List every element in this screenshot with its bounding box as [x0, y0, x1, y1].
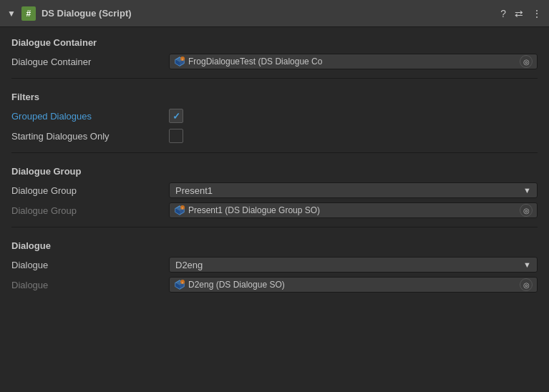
- object-cube-icon-2: !: [174, 205, 185, 216]
- dialogue-group-object-label: Dialogue Group: [11, 205, 169, 216]
- collapse-arrow[interactable]: ▼: [7, 9, 16, 19]
- script-icon: #: [21, 6, 36, 21]
- dialogue-group-dropdown-text: Present1: [175, 185, 520, 196]
- filters-section-header: Filters: [11, 92, 538, 102]
- starting-dialogues-checkbox[interactable]: [169, 129, 183, 143]
- dialogue-group-object-text: Present1 (DS Dialogue Group SO): [188, 205, 517, 215]
- dialogue-dropdown-arrow-icon: ▼: [523, 260, 531, 269]
- dialogue-group-section-header: Dialogue Group: [11, 166, 538, 177]
- grouped-dialogues-checkbox[interactable]: [169, 109, 183, 123]
- divider-3: [11, 227, 538, 227]
- divider-2: [11, 152, 538, 153]
- menu-button[interactable]: ⋮: [532, 8, 542, 19]
- dialogue-dropdown[interactable]: D2eng ▼: [169, 257, 538, 273]
- help-button[interactable]: ?: [500, 8, 506, 19]
- svg-text:!: !: [182, 281, 183, 285]
- dialogue-group-object-field[interactable]: ! Present1 (DS Dialogue Group SO) ◎: [169, 202, 538, 218]
- header-actions: ? ⇄ ⋮: [500, 8, 542, 19]
- dialogue-container-section-header: Dialogue Container: [11, 37, 538, 48]
- grouped-dialogues-checkbox-wrap: [169, 109, 538, 123]
- dialogue-section-header: Dialogue: [11, 240, 538, 251]
- dialogue-container-value: ! FrogDialogueTest (DS Dialogue Co ◎: [169, 54, 538, 69]
- dialogue-object-text: D2eng (DS Dialogue SO): [188, 280, 517, 290]
- dialogue-group-dropdown-label: Dialogue Group: [11, 185, 169, 196]
- dialogue-object-row: Dialogue ! D2eng (DS Dialogue SO) ◎: [11, 275, 538, 294]
- divider-1: [11, 78, 538, 79]
- dialogue-dropdown-wrap: D2eng ▼: [169, 257, 538, 273]
- object-cube-icon-3: !: [174, 279, 185, 290]
- starting-dialogues-checkbox-wrap: [169, 129, 538, 143]
- starting-dialogues-field-row: Starting Dialogues Only: [11, 127, 538, 145]
- object-cube-icon: !: [174, 56, 185, 67]
- dropdown-arrow-icon: ▼: [523, 186, 531, 195]
- dialogue-container-object-field[interactable]: ! FrogDialogueTest (DS Dialogue Co ◎: [169, 54, 538, 69]
- dialogue-container-label: Dialogue Container: [11, 57, 169, 67]
- starting-dialogues-label: Starting Dialogues Only: [11, 131, 169, 142]
- grouped-dialogues-label[interactable]: Grouped Dialogues: [11, 111, 169, 122]
- svg-text:!: !: [182, 58, 183, 62]
- dialogue-object-label: Dialogue: [11, 280, 169, 290]
- dialogue-container-text: FrogDialogueTest (DS Dialogue Co: [188, 57, 517, 67]
- component-header: ▼ # DS Dialogue (Script) ? ⇄ ⋮: [0, 0, 549, 27]
- dialogue-group-object-wrap: ! Present1 (DS Dialogue Group SO) ◎: [169, 202, 538, 218]
- dialogue-group-dropdown-wrap: Present1 ▼: [169, 182, 538, 198]
- dialogue-group-dropdown-row: Dialogue Group Present1 ▼: [11, 181, 538, 200]
- content-area: Dialogue Container Dialogue Container !: [0, 27, 549, 392]
- dialogue-dropdown-text: D2eng: [175, 260, 520, 270]
- dialogue-group-object-row: Dialogue Group ! Present1 (DS Dialogue G…: [11, 201, 538, 220]
- dialogue-dropdown-row: Dialogue D2eng ▼: [11, 255, 538, 274]
- svg-text:!: !: [182, 207, 183, 210]
- dialogue-dropdown-label: Dialogue: [11, 260, 169, 270]
- main-panel: ▼ # DS Dialogue (Script) ? ⇄ ⋮ Dialogue …: [0, 0, 549, 392]
- dialogue-object-field[interactable]: ! D2eng (DS Dialogue SO) ◎: [169, 277, 538, 293]
- dialogue-target-button[interactable]: ◎: [520, 278, 533, 291]
- settings-button[interactable]: ⇄: [515, 8, 523, 19]
- grouped-dialogues-field-row: Grouped Dialogues: [11, 107, 538, 125]
- dialogue-group-target-button[interactable]: ◎: [520, 204, 533, 217]
- component-title: DS Dialogue (Script): [42, 8, 495, 19]
- dialogue-container-field-row: Dialogue Container ! FrogDialogueTest (D…: [11, 52, 538, 71]
- dialogue-group-dropdown[interactable]: Present1 ▼: [169, 182, 538, 198]
- dialogue-object-wrap: ! D2eng (DS Dialogue SO) ◎: [169, 277, 538, 293]
- dialogue-container-target-button[interactable]: ◎: [520, 55, 533, 68]
